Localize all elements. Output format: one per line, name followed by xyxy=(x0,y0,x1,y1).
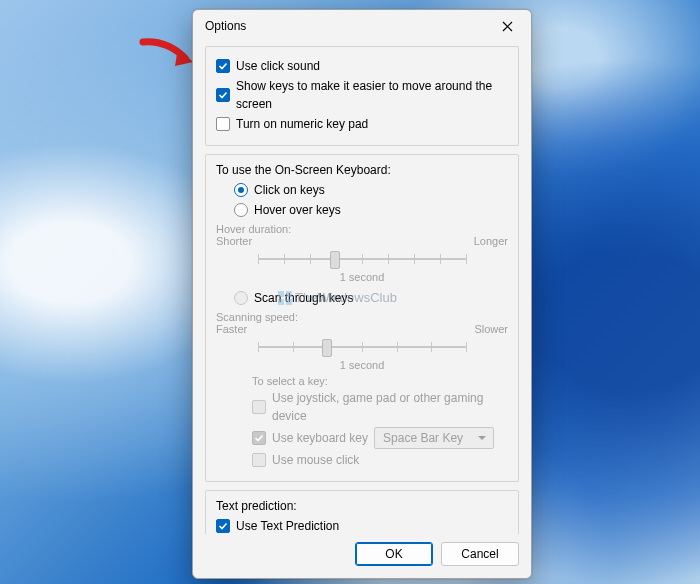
use-keyboard-key-checkbox xyxy=(252,431,266,445)
hover-duration-slider xyxy=(258,249,466,269)
keyboard-key-combo: Space Bar Key xyxy=(374,427,494,449)
titlebar: Options xyxy=(193,10,531,42)
use-text-prediction-checkbox[interactable] xyxy=(216,519,230,533)
use-keyboard-key-label: Use keyboard key xyxy=(272,429,368,447)
use-click-sound-checkbox[interactable] xyxy=(216,59,230,73)
select-key-heading: To select a key: xyxy=(252,375,508,387)
numeric-keypad-label: Turn on numeric key pad xyxy=(236,115,368,133)
show-keys-checkbox[interactable] xyxy=(216,88,230,102)
scan-speed-value: 1 second xyxy=(216,359,508,371)
close-button[interactable] xyxy=(487,12,527,40)
scan-faster-label: Faster xyxy=(216,323,247,335)
ok-button[interactable]: OK xyxy=(355,542,433,566)
dialog-footer: OK Cancel xyxy=(193,534,531,578)
annotation-arrow xyxy=(139,36,197,70)
use-text-prediction-label: Use Text Prediction xyxy=(236,517,339,534)
use-mouse-click-checkbox xyxy=(252,453,266,467)
scan-speed-slider xyxy=(258,337,466,357)
hover-shorter-label: Shorter xyxy=(216,235,252,247)
click-on-keys-radio[interactable] xyxy=(234,183,248,197)
usage-group: To use the On-Screen Keyboard: Click on … xyxy=(205,154,519,482)
hover-longer-label: Longer xyxy=(474,235,508,247)
numeric-keypad-checkbox[interactable] xyxy=(216,117,230,131)
hover-duration-value: 1 second xyxy=(216,271,508,283)
use-click-sound-label: Use click sound xyxy=(236,57,320,75)
prediction-heading: Text prediction: xyxy=(216,499,508,513)
scan-slower-label: Slower xyxy=(474,323,508,335)
use-joystick-label: Use joystick, game pad or other gaming d… xyxy=(272,389,508,425)
hover-over-keys-label: Hover over keys xyxy=(254,201,341,219)
use-joystick-checkbox xyxy=(252,400,266,414)
usage-heading: To use the On-Screen Keyboard: xyxy=(216,163,508,177)
options-dialog: Options Use click sound Show keys to mak… xyxy=(192,9,532,579)
hover-duration-label: Hover duration: xyxy=(216,223,508,235)
use-mouse-click-label: Use mouse click xyxy=(272,451,359,469)
sound-group: Use click sound Show keys to make it eas… xyxy=(205,46,519,146)
dialog-content: Use click sound Show keys to make it eas… xyxy=(193,42,531,534)
show-keys-label: Show keys to make it easier to move arou… xyxy=(236,77,508,113)
close-icon xyxy=(502,21,513,32)
scan-speed-label: Scanning speed: xyxy=(216,311,508,323)
scan-through-keys-label: Scan through keys xyxy=(254,289,353,307)
scan-through-keys-radio[interactable] xyxy=(234,291,248,305)
prediction-group: Text prediction: Use Text Prediction Ins… xyxy=(205,490,519,534)
cancel-button[interactable]: Cancel xyxy=(441,542,519,566)
click-on-keys-label: Click on keys xyxy=(254,181,325,199)
dialog-title: Options xyxy=(205,19,246,33)
hover-over-keys-radio[interactable] xyxy=(234,203,248,217)
